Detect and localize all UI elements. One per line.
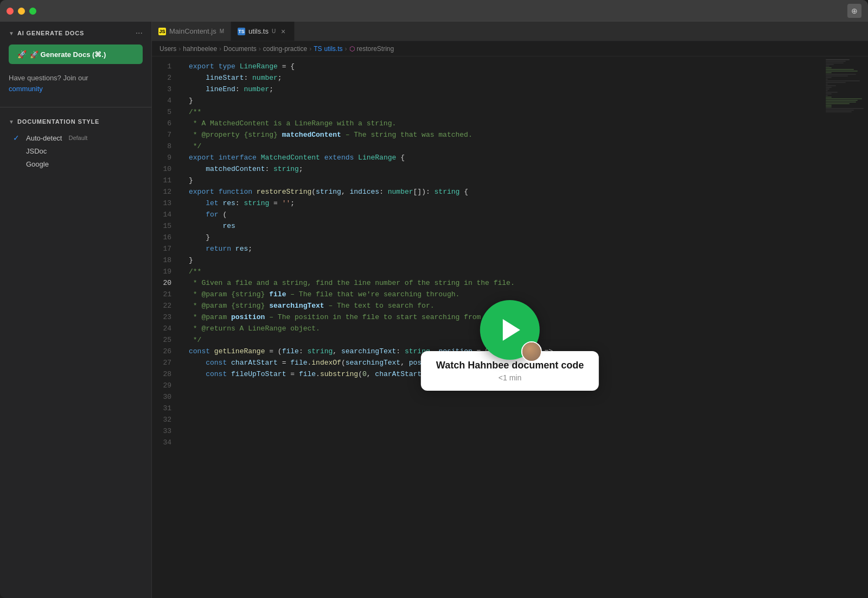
minimap-line [826, 74, 856, 75]
minimap-content [824, 56, 868, 115]
video-title: Watch Hahnbee document code [436, 360, 584, 371]
code-line-14: export function restoreString(string, in… [180, 186, 824, 198]
line-num-2: 2 [152, 72, 180, 84]
doc-style-jsdoc-label: JSDoc [26, 147, 47, 155]
minimap-line [826, 100, 858, 101]
breadcrumb-utils-ts: utils.ts [324, 45, 343, 53]
collapse-icon[interactable]: ▼ [9, 30, 14, 36]
code-line-2: lineStart: number; [180, 72, 824, 84]
doc-style-google-label: Google [26, 160, 49, 168]
minimize-button[interactable] [18, 8, 25, 15]
minimap-line [826, 85, 836, 86]
code-line-3: lineEnd: number; [180, 84, 824, 95]
close-button[interactable] [7, 8, 14, 15]
doc-style-google[interactable]: ✓ Google [9, 157, 143, 170]
community-link[interactable]: community [9, 85, 43, 93]
tab-utils-modified: U [272, 28, 276, 34]
minimap-line [826, 66, 829, 67]
minimap-line [826, 92, 838, 93]
play-triangle-icon [503, 319, 520, 341]
minimap-line [826, 62, 844, 63]
line-num-9: 9 [152, 152, 180, 163]
breadcrumb-func-icon: ⬡ [349, 45, 355, 53]
minimap-line [826, 80, 860, 81]
code-line-21: return res; [180, 243, 824, 255]
minimap-line [826, 61, 846, 62]
minimap-line [826, 84, 828, 85]
code-line-8: * @property {string} matchedContent – Th… [180, 129, 824, 141]
avatar-face [522, 342, 541, 361]
tab-maincontent[interactable]: JS MainContent.js M [152, 22, 231, 41]
code-line-10: export interface MatchedContent extends … [180, 152, 824, 163]
avatar [521, 341, 542, 362]
tab-utils[interactable]: TS utils.ts U × [231, 22, 295, 41]
breadcrumb-restore-string: restoreString [357, 45, 394, 53]
code-line-4: } [180, 95, 824, 106]
code-line-22: } [180, 255, 824, 266]
minimap-line [826, 71, 858, 72]
minimap-line [826, 87, 832, 88]
more-icon[interactable]: ··· [136, 28, 143, 38]
generate-docs-button[interactable]: 🚀 🚀 Generate Docs (⌘.) [9, 44, 143, 64]
default-badge: Default [69, 135, 88, 141]
line-num-5: 5 [152, 106, 180, 118]
minimap-line [826, 82, 846, 83]
line-num-4: 4 [152, 95, 180, 106]
community-text-pre: Have questions? Join our [9, 74, 88, 82]
vscode-window: ⊕ ▼ AI GENERATE DOCS ··· 🚀 🚀 Generate Do… [0, 0, 868, 598]
code-line-12: } [180, 175, 824, 186]
traffic-lights [7, 8, 36, 15]
tab-maincontent-modified: M [220, 28, 224, 34]
line-num-27: 27 [152, 357, 180, 368]
code-line-24: /** [180, 266, 824, 277]
minimap-line [826, 98, 862, 99]
doc-style-auto[interactable]: ✓ Auto-detect Default [9, 131, 143, 144]
line-num-20: 20 [152, 277, 180, 289]
sidebar-section2-title: DOCUMENTATION STYLE [17, 118, 99, 125]
code-editor: 1 2 3 4 5 6 7 8 9 10 11 12 13 14 15 16 1 [152, 56, 868, 598]
minimap-line [826, 106, 832, 107]
minimap-line [826, 88, 829, 90]
main-area: ▼ AI GENERATE DOCS ··· 🚀 🚀 Generate Docs… [0, 22, 868, 598]
line-num-19: 19 [152, 266, 180, 277]
close-tab-icon[interactable]: × [279, 27, 288, 36]
minimap-line [826, 64, 834, 65]
doc-style-jsdoc[interactable]: ✓ JSDoc [9, 144, 143, 157]
minimap-line [826, 90, 828, 91]
maximize-button[interactable] [29, 8, 36, 15]
titlebar: ⊕ [0, 0, 868, 22]
checkmark-icon: ✓ [13, 133, 22, 142]
minimap-line [826, 79, 828, 80]
code-line-11: matchedContent: string; [180, 163, 824, 175]
code-line-7: * A MatchedContent is a LineRange with a… [180, 118, 824, 129]
minimap-line [826, 75, 848, 77]
line-num-25: 25 [152, 334, 180, 346]
breadcrumb-users: Users [159, 45, 176, 53]
tab-bar: JS MainContent.js M TS utils.ts U × [152, 22, 868, 41]
community-text: Have questions? Join our community [0, 73, 151, 103]
line-num-15: 15 [152, 220, 180, 232]
line-num-11: 11 [152, 175, 180, 186]
code-line-1: export type LineRange = { [180, 61, 824, 72]
line-num-23: 23 [152, 311, 180, 323]
breadcrumb-documents: Documents [224, 45, 257, 53]
doc-style-auto-label: Auto-detect [26, 134, 62, 142]
minimap-line [826, 103, 850, 104]
sidebar-section2: ▼ DOCUMENTATION STYLE ✓ Auto-detect Defa… [0, 112, 151, 177]
js-lang-icon: JS [158, 28, 166, 35]
minimap-line [826, 110, 854, 111]
sidebar-section1-title-row: ▼ AI GENERATE DOCS [9, 30, 84, 36]
video-overlay: Watch Hahnbee document code <1 min [421, 300, 599, 391]
line-num-8: 8 [152, 141, 180, 152]
breadcrumb-ts-icon: TS [314, 45, 322, 53]
broadcast-icon[interactable]: ⊕ [847, 4, 861, 18]
line-num-28: 28 [152, 368, 180, 380]
line-num-13: 13 [152, 198, 180, 209]
line-num-17: 17 [152, 243, 180, 255]
sidebar-section1-header: ▼ AI GENERATE DOCS ··· [0, 22, 151, 44]
breadcrumb-coding-practice: coding-practice [263, 45, 307, 53]
line-num-10: 10 [152, 163, 180, 175]
line-num-1: 1 [152, 61, 180, 72]
minimap-line [826, 77, 832, 78]
collapse-icon-2[interactable]: ▼ [9, 119, 14, 125]
